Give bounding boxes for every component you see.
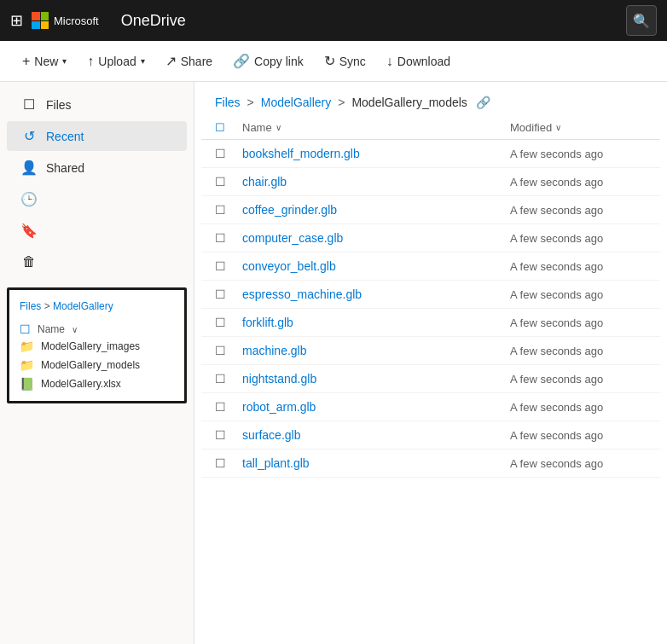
sidebar: ☐ Files ↺ Recent 👤 Shared 🕒 🔖 🗑 Files > …	[0, 82, 194, 644]
upload-icon: ↑	[87, 54, 94, 69]
file-name-7: machine.glb	[242, 344, 307, 357]
file-modified-3: A few seconds ago	[510, 232, 603, 245]
preview-files-link[interactable]: Files	[20, 300, 41, 312]
table-row[interactable]: ☐ espresso_machine.glb A few seconds ago	[201, 281, 660, 309]
table-row[interactable]: ☐ coffee_grinder.glb A few seconds ago	[201, 196, 660, 224]
link-icon: 🔗	[233, 53, 250, 69]
topbar: ⊞ Microsoft OneDrive 🔍	[0, 0, 667, 41]
breadcrumb-files[interactable]: Files	[215, 96, 241, 109]
file-modified-6: A few seconds ago	[510, 316, 603, 329]
shared-icon: 👤	[20, 160, 38, 176]
microsoft-logo: Microsoft	[32, 12, 109, 29]
preview-header-icon: ☐	[20, 322, 31, 336]
sidebar-item-history[interactable]: 🕒	[7, 184, 187, 214]
content-area: Files > ModelGallery > ModelGallery_mode…	[194, 82, 667, 644]
table-row[interactable]: ☐ robot_arm.glb A few seconds ago	[201, 393, 660, 421]
preview-item-images-name: ModelGallery_images	[41, 340, 140, 352]
header-name-col[interactable]: Name ∨	[242, 121, 510, 134]
sidebar-item-files[interactable]: ☐ Files	[7, 90, 187, 119]
files-icon: ☐	[20, 96, 38, 113]
sidebar-item-recent-label: Recent	[46, 130, 84, 143]
download-icon: ↓	[386, 54, 393, 69]
modified-sort-icon: ∨	[555, 123, 561, 132]
table-row[interactable]: ☐ surface.glb A few seconds ago	[201, 421, 660, 450]
file-name-4: conveyor_belt.glb	[242, 259, 336, 273]
file-name-6: forklift.glb	[242, 316, 293, 329]
file-type-header-icon: ☐	[215, 121, 225, 134]
file-icon-9: ☐	[215, 400, 226, 414]
preview-item-xlsx[interactable]: 📗 ModelGallery.xlsx	[20, 377, 174, 391]
table-row[interactable]: ☐ machine.glb A few seconds ago	[201, 337, 660, 365]
download-button[interactable]: ↓ Download	[378, 49, 459, 74]
share-link-icon[interactable]: 🔗	[476, 96, 490, 109]
breadcrumb-sep-1: >	[247, 96, 254, 109]
file-modified-10: A few seconds ago	[510, 429, 603, 442]
preview-item-xlsx-name: ModelGallery.xlsx	[41, 378, 121, 390]
sync-button[interactable]: ↻ Sync	[316, 48, 374, 74]
sidebar-item-recycle[interactable]: 🗑	[7, 247, 187, 276]
share-icon: ↗	[165, 53, 177, 69]
file-name-11: tall_plant.glb	[242, 456, 310, 470]
file-modified-11: A few seconds ago	[510, 457, 603, 470]
content-breadcrumb: Files > ModelGallery > ModelGallery_mode…	[194, 82, 667, 116]
toolbar: + New ▾ ↑ Upload ▾ ↗ Share 🔗 Copy link ↻…	[0, 41, 667, 82]
table-row[interactable]: ☐ chair.glb A few seconds ago	[201, 168, 660, 196]
file-icon-6: ☐	[215, 316, 226, 329]
col-name-label: Name	[242, 121, 272, 134]
header-modified-col[interactable]: Modified ∨	[510, 121, 647, 134]
upload-chevron-icon: ▾	[141, 56, 145, 66]
waffle-icon[interactable]: ⊞	[10, 11, 23, 30]
xlsx-icon: 📗	[20, 377, 34, 391]
table-row[interactable]: ☐ conveyor_belt.glb A few seconds ago	[201, 252, 660, 281]
breadcrumb-current: ModelGallery_models	[351, 96, 467, 109]
file-name-8: nightstand.glb	[242, 372, 316, 386]
file-name-2: coffee_grinder.glb	[242, 203, 337, 217]
microsoft-label: Microsoft	[54, 15, 99, 27]
file-icon-7: ☐	[215, 344, 226, 357]
preview-sort-icon: ∨	[72, 325, 78, 334]
table-row[interactable]: ☐ tall_plant.glb A few seconds ago	[201, 450, 660, 478]
sidebar-item-recent[interactable]: ↺ Recent	[7, 121, 187, 151]
folder-icon-models: 📁	[20, 358, 34, 372]
table-row[interactable]: ☐ forklift.glb A few seconds ago	[201, 309, 660, 337]
file-modified-9: A few seconds ago	[510, 401, 603, 414]
file-modified-4: A few seconds ago	[510, 260, 603, 273]
share-label: Share	[181, 55, 212, 68]
preview-item-models-name: ModelGallery_models	[41, 359, 140, 371]
preview-file-list: 📁 ModelGallery_images 📁 ModelGallery_mod…	[20, 339, 174, 391]
preview-file-header: ☐ Name ∨	[20, 322, 174, 336]
recycle-icon: 🗑	[20, 254, 38, 270]
sidebar-item-shared[interactable]: 👤 Shared	[7, 153, 187, 183]
sidebar-item-bookmark[interactable]: 🔖	[7, 216, 187, 246]
main-container: ☐ Files ↺ Recent 👤 Shared 🕒 🔖 🗑 Files > …	[0, 82, 667, 644]
sync-icon: ↻	[324, 53, 335, 69]
breadcrumb-model-gallery[interactable]: ModelGallery	[261, 96, 331, 109]
file-name-5: espresso_machine.glb	[242, 287, 362, 301]
new-chevron-icon: ▾	[62, 56, 67, 66]
upload-button[interactable]: ↑ Upload ▾	[78, 49, 153, 74]
preview-folder-link[interactable]: ModelGallery	[53, 300, 113, 312]
ms-logo-grid	[32, 12, 49, 29]
table-header: ☐ Name ∨ Modified ∨	[201, 116, 660, 140]
table-row[interactable]: ☐ computer_case.glb A few seconds ago	[201, 224, 660, 252]
file-modified-8: A few seconds ago	[510, 373, 603, 386]
sidebar-item-files-label: Files	[46, 98, 72, 112]
file-icon-11: ☐	[215, 456, 226, 470]
sidebar-preview-card: Files > ModelGallery ☐ Name ∨ 📁 ModelGal…	[7, 287, 187, 403]
preview-item-models[interactable]: 📁 ModelGallery_models	[20, 358, 174, 372]
bookmark-icon: 🔖	[20, 223, 38, 239]
table-row[interactable]: ☐ bookshelf_modern.glb A few seconds ago	[201, 140, 660, 168]
file-name-0: bookshelf_modern.glb	[242, 147, 360, 160]
table-row[interactable]: ☐ nightstand.glb A few seconds ago	[201, 365, 660, 393]
history-icon: 🕒	[20, 191, 38, 207]
file-rows-container: ☐ bookshelf_modern.glb A few seconds ago…	[201, 140, 660, 478]
share-button[interactable]: ↗ Share	[157, 48, 221, 74]
file-icon-0: ☐	[215, 147, 226, 160]
copy-link-button[interactable]: 🔗 Copy link	[224, 48, 312, 74]
recent-icon: ↺	[20, 128, 38, 144]
file-icon-5: ☐	[215, 287, 226, 301]
new-button[interactable]: + New ▾	[14, 49, 75, 74]
preview-item-images[interactable]: 📁 ModelGallery_images	[20, 339, 174, 353]
search-button[interactable]: 🔍	[626, 5, 657, 36]
name-sort-icon: ∨	[276, 123, 281, 132]
